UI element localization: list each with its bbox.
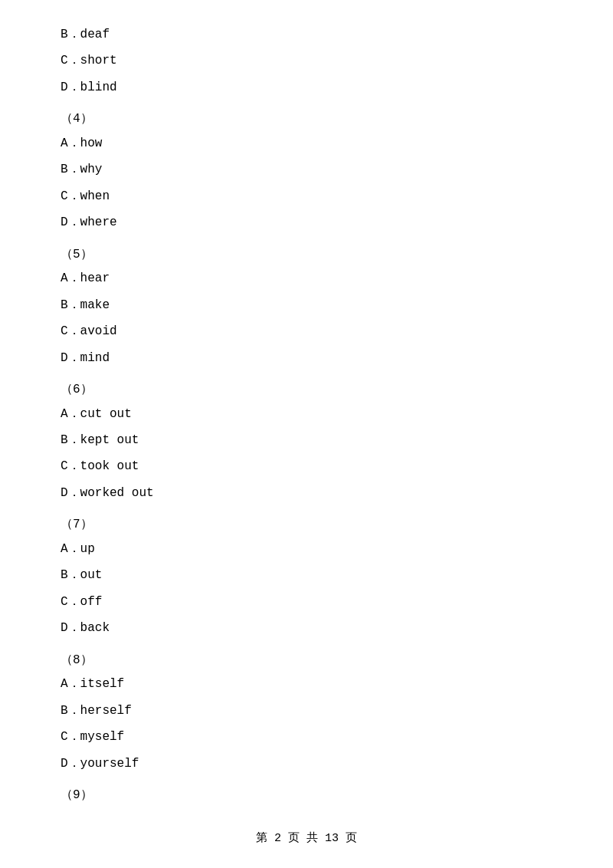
option-item-24: A．itself	[61, 672, 552, 695]
option-item-10: B．make	[61, 294, 552, 317]
option-item-22: D．back	[61, 616, 552, 639]
option-item-1: C．short	[61, 49, 552, 72]
question-num-28: （9）	[61, 784, 552, 807]
page-footer: 第 2 页 共 13 页	[0, 830, 613, 845]
option-item-21: C．off	[61, 590, 552, 613]
footer-text: 第 2 页 共 13 页	[256, 832, 357, 845]
option-item-2: D．blind	[61, 76, 552, 99]
option-item-19: A．up	[61, 538, 552, 561]
option-item-15: B．kept out	[61, 429, 552, 452]
option-item-14: A．cut out	[61, 403, 552, 426]
option-item-16: C．took out	[61, 455, 552, 478]
option-item-5: B．why	[61, 158, 552, 181]
option-item-4: A．how	[61, 132, 552, 155]
question-num-13: （6）	[61, 379, 552, 401]
option-item-11: C．avoid	[61, 320, 552, 343]
option-item-0: B．deaf	[61, 23, 552, 46]
question-num-18: （7）	[61, 514, 552, 536]
page-content: B．deafC．shortD．blind（4）A．howB．whyC．whenD…	[0, 0, 613, 854]
option-item-25: B．herself	[61, 699, 552, 722]
option-item-17: D．worked out	[61, 482, 552, 505]
option-item-9: A．hear	[61, 267, 552, 290]
question-num-8: （5）	[61, 244, 552, 266]
question-num-3: （4）	[61, 108, 552, 130]
option-item-6: C．when	[61, 185, 552, 208]
option-item-7: D．where	[61, 211, 552, 234]
question-num-23: （8）	[61, 649, 552, 672]
option-item-12: D．mind	[61, 347, 552, 370]
option-item-27: D．yourself	[61, 752, 552, 775]
option-item-26: C．myself	[61, 725, 552, 748]
option-item-20: B．out	[61, 564, 552, 587]
